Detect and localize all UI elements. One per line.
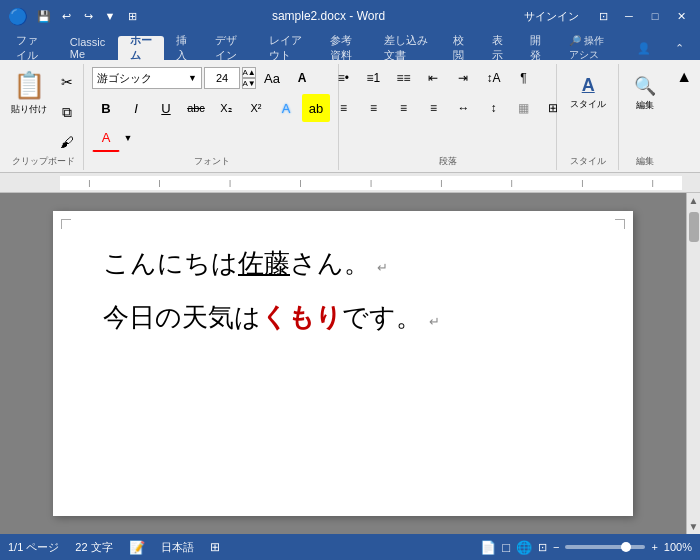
document-page[interactable]: こんにちは佐藤さん。 ↵ 今日の天気はくもりです。 ↵ (53, 211, 633, 516)
zoom-plus[interactable]: + (651, 541, 657, 553)
tab-file[interactable]: ファイル (4, 36, 58, 60)
tab-mailings[interactable]: 差し込み文書 (372, 36, 441, 60)
tab-layout[interactable]: レイアウト (257, 36, 318, 60)
italic-btn[interactable]: I (122, 94, 150, 122)
tab-references[interactable]: 参考資料 (318, 36, 372, 60)
line2-red-text: くもり (261, 303, 342, 332)
scroll-down-btn[interactable]: ▼ (687, 519, 700, 534)
tab-design[interactable]: デザイン (203, 36, 257, 60)
font-color-dropdown[interactable]: ▼ (122, 124, 134, 152)
justify-btn[interactable]: ≡ (419, 94, 447, 122)
cut-btn[interactable]: ✂ (53, 68, 81, 96)
scroll-thumb[interactable] (689, 212, 699, 242)
minimize-btn[interactable]: ─ (618, 5, 640, 27)
align-right-btn[interactable]: ≡ (389, 94, 417, 122)
underline-btn[interactable]: U (152, 94, 180, 122)
multilevel-btn[interactable]: ≡≡ (389, 64, 417, 92)
clipboard-label: クリップボード (12, 155, 75, 168)
tab-review[interactable]: 校閲 (441, 36, 480, 60)
format-painter-btn[interactable]: 🖌 (53, 128, 81, 156)
undo-btn[interactable]: ↩ (56, 6, 76, 26)
proofing-icon[interactable]: 📝 (129, 540, 145, 555)
font-dropdown-icon[interactable]: ▼ (188, 73, 197, 83)
change-case-btn[interactable]: A (288, 64, 316, 92)
zoom-level[interactable]: 100% (664, 541, 692, 553)
strikethrough-btn[interactable]: abc (182, 94, 210, 122)
focus-icon[interactable]: ⊡ (538, 541, 547, 554)
status-bar: 1/1 ページ 22 文字 📝 日本語 ⊞ 📄 □ 🌐 ⊡ − + 100% (0, 534, 700, 560)
line-spacing-btn[interactable]: ↕ (479, 94, 507, 122)
rtl-btn[interactable]: ↔ (449, 94, 477, 122)
ruler: ||||||||| (0, 173, 700, 193)
page-corner-tr (615, 219, 625, 229)
web-layout-icon[interactable]: 🌐 (516, 540, 532, 555)
maximize-btn[interactable]: □ (644, 5, 666, 27)
font-shrink-btn[interactable]: A▼ (242, 78, 256, 89)
shading-btn[interactable]: ▦ (509, 94, 537, 122)
decrease-indent-btn[interactable]: ⇤ (419, 64, 447, 92)
copy-btn[interactable]: ⧉ (53, 98, 81, 126)
subscript-btn[interactable]: X₂ (212, 94, 240, 122)
sort-btn[interactable]: ↕A (479, 64, 507, 92)
tab-minimize-ribbon[interactable]: ⌃ (663, 36, 696, 60)
signin-btn[interactable]: サインイン (515, 2, 588, 30)
title-bar: 🔵 💾 ↩ ↪ ▼ ⊞ sample2.docx - Word サインイン ⊡ … (0, 0, 700, 32)
macro-icon[interactable]: ⊞ (210, 540, 220, 554)
print-layout-icon[interactable]: □ (502, 540, 510, 555)
tab-view[interactable]: 表示 (480, 36, 519, 60)
align-center-btn[interactable]: ≡ (359, 94, 387, 122)
status-left: 1/1 ページ 22 文字 📝 日本語 ⊞ (8, 540, 220, 555)
document-area: こんにちは佐藤さん。 ↵ 今日の天気はくもりです。 ↵ ▲ ▼ (0, 193, 700, 534)
tab-help[interactable]: 🔎 操作アシス (557, 36, 625, 60)
edit-icon: 🔍 (634, 75, 656, 97)
numbering-btn[interactable]: ≡1 (359, 64, 387, 92)
vertical-scrollbar[interactable]: ▲ ▼ (686, 193, 700, 534)
more-btn[interactable]: ⊞ (122, 6, 142, 26)
text-effect-btn[interactable]: A (272, 94, 300, 122)
page-count: 1/1 ページ (8, 540, 59, 555)
font-family-selector[interactable]: 游ゴシック ▼ (92, 67, 202, 89)
close-btn[interactable]: ✕ (670, 5, 692, 27)
font-color-btn[interactable]: A (92, 124, 120, 152)
language[interactable]: 日本語 (161, 540, 194, 555)
font-grow-btn[interactable]: A▲ (242, 67, 256, 78)
font-group: 游ゴシック ▼ 24 A▲ A▼ Aa A B I U (86, 64, 339, 170)
edit-group: 🔍 編集 編集 (621, 64, 670, 170)
font-size-selector[interactable]: 24 (204, 67, 240, 89)
save-quick-btn[interactable]: 💾 (34, 6, 54, 26)
ribbon-collapse[interactable]: ▲ (672, 64, 696, 170)
zoom-minus[interactable]: − (553, 541, 559, 553)
tab-classic[interactable]: Classic Me (58, 36, 118, 60)
customize-btn[interactable]: ▼ (100, 6, 120, 26)
clear-format-btn[interactable]: Aa (258, 64, 286, 92)
line2-text-start: 今日の天気は (103, 303, 261, 332)
font-group-label: フォント (194, 155, 230, 168)
style-button[interactable]: A スタイル (566, 64, 610, 122)
scroll-track[interactable] (687, 208, 700, 519)
scroll-up-btn[interactable]: ▲ (687, 193, 700, 208)
tab-home[interactable]: ホーム (118, 36, 164, 60)
doc-line-2[interactable]: 今日の天気はくもりです。 ↵ (103, 300, 583, 336)
bold-btn[interactable]: B (92, 94, 120, 122)
align-left-btn[interactable]: ≡ (329, 94, 357, 122)
tab-insert[interactable]: 挿入 (164, 36, 203, 60)
doc-line-1[interactable]: こんにちは佐藤さん。 ↵ (103, 246, 583, 282)
show-marks-btn[interactable]: ¶ (509, 64, 537, 92)
zoom-slider[interactable] (565, 545, 645, 549)
text-highlight-btn[interactable]: ab (302, 94, 330, 122)
read-mode-icon[interactable]: 📄 (480, 540, 496, 555)
superscript-btn[interactable]: X² (242, 94, 270, 122)
edit-button[interactable]: 🔍 編集 (623, 64, 667, 122)
tab-dev[interactable]: 開発 (518, 36, 557, 60)
increase-indent-btn[interactable]: ⇥ (449, 64, 477, 92)
font-name: 游ゴシック (97, 71, 152, 86)
clipboard-group: 📋 貼り付け ✂ ⧉ 🖌 クリップボード (4, 64, 84, 170)
tab-account[interactable]: 👤 (625, 36, 663, 60)
bullets-btn[interactable]: ≡• (329, 64, 357, 92)
paste-label: 貼り付け (11, 103, 47, 116)
window-restore-btn[interactable]: ⊡ (592, 5, 614, 27)
line2-text-end: です。 (342, 303, 422, 332)
paste-button[interactable]: 📋 貼り付け (7, 64, 51, 122)
redo-btn[interactable]: ↪ (78, 6, 98, 26)
paragraph-label: 段落 (439, 155, 457, 168)
